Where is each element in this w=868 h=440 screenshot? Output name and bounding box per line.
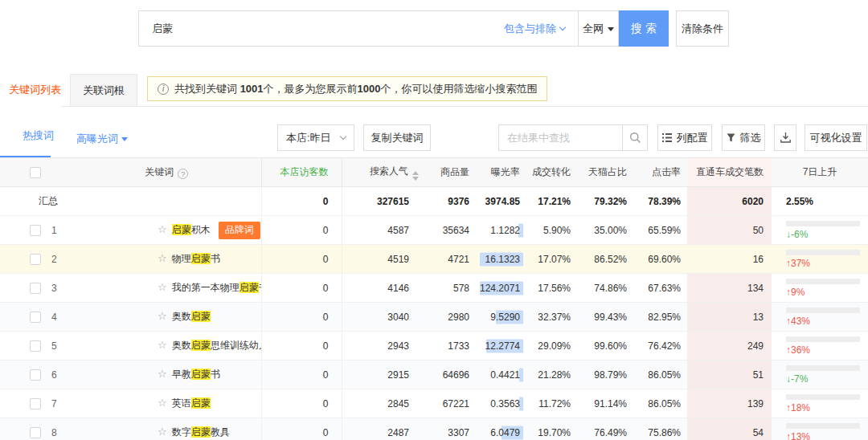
header-7day-rise: 7日上升 (772, 158, 868, 187)
visual-settings-button[interactable]: 可视化设置 (805, 124, 867, 151)
cell-ztc_orders: 16 (687, 245, 772, 274)
cell-items: 4721 (432, 245, 480, 274)
cell-visitors: 0 (261, 245, 342, 274)
cell-rise-7d: ↑18% (772, 389, 868, 418)
cell-tmall_ratio: 91.14% (582, 389, 638, 418)
trend-bar-track (786, 308, 860, 313)
trend-indicator: ↓-7% (786, 365, 868, 385)
copy-keywords-button[interactable]: 复制关键词 (363, 124, 431, 151)
include-exclude-dropdown[interactable]: 包含与排除 (504, 22, 565, 36)
row-checkbox[interactable] (30, 254, 41, 265)
cell-exposure: 0.4421 (480, 361, 530, 389)
keyword-text: 启蒙 (191, 397, 211, 409)
keyword-text: 早教 (172, 369, 191, 380)
chevron-down-icon (340, 133, 346, 140)
exposure-value-wrap: 0.3563 (490, 398, 520, 409)
clear-conditions-button[interactable]: 清除条件 (676, 10, 729, 47)
find-search-button[interactable] (622, 125, 647, 150)
cell-conversion: 11.72% (530, 389, 582, 418)
favorite-star-icon[interactable]: ☆ (158, 281, 167, 293)
cell-ctr: 76.42% (638, 332, 687, 361)
row-checkbox[interactable] (30, 312, 41, 323)
select-all-checkbox[interactable] (30, 167, 41, 178)
favorite-star-icon[interactable]: ☆ (158, 310, 167, 322)
cell-search_pop: 3040 (342, 303, 432, 332)
list-icon (662, 133, 672, 142)
row-number: 4 (51, 312, 57, 323)
find-in-results-group: 在结果中查找 (498, 124, 648, 151)
keyword-row: 1☆启蒙积木品牌词04587356341.12825.90%35.00%65.5… (0, 216, 868, 245)
favorite-star-icon[interactable]: ☆ (158, 252, 167, 264)
exposure-value: 6.0479 (490, 427, 520, 438)
store-date-select[interactable]: 本店:昨日 (277, 124, 354, 151)
keyword-text: 启蒙 (191, 253, 211, 264)
help-icon[interactable] (178, 169, 188, 179)
cell-exposure: 12.2774 (480, 332, 530, 361)
keyword-text: 我的第一本物理 (172, 282, 240, 293)
exposure-value-wrap: 0.4421 (490, 369, 520, 381)
download-button[interactable] (774, 124, 796, 151)
keyword-row: 3☆我的第一本物理启蒙书04146578124.207117.56%74.86%… (0, 274, 868, 303)
filter-label: 筛选 (740, 131, 761, 145)
row-checkbox[interactable] (30, 398, 41, 409)
cell-exposure: 6.0479 (480, 418, 530, 440)
scope-dropdown[interactable]: 全网 (579, 10, 619, 47)
header-exposure: 曝光率 (480, 158, 530, 187)
trend-text: ↑18% (786, 402, 868, 414)
row-number: 5 (51, 340, 57, 352)
sort-icon[interactable] (412, 171, 419, 181)
keyword-analytics-screen: 启蒙 包含与排除 全网 搜 索 清除条件 关键词列表 关联词根 共找到关键词 1… (0, 0, 868, 440)
keyword-row: 4☆奥数启蒙0304029809.529032.37%99.43%82.95%1… (0, 303, 868, 332)
favorite-star-icon[interactable]: ☆ (158, 339, 167, 351)
row-checkbox[interactable] (30, 283, 41, 294)
favorite-star-icon[interactable]: ☆ (158, 223, 167, 235)
search-button[interactable]: 搜 索 (619, 10, 669, 47)
cell-ztc_orders: 13 (687, 303, 772, 332)
favorite-star-icon[interactable]: ☆ (158, 426, 167, 438)
cell-items: 3307 (432, 418, 480, 440)
trend-indicator: ↑36% (786, 336, 868, 356)
subtab-hot-words[interactable]: 热搜词 (23, 128, 54, 143)
trend-text: ↓-6% (786, 229, 868, 240)
tab-related-roots[interactable]: 关联词根 (70, 74, 137, 107)
high-exposure-label: 高曝光词 (76, 132, 118, 146)
cell-visitors: 0 (261, 361, 342, 389)
cell-tmall_ratio: 99.43% (582, 303, 638, 332)
brand-word-badge: 品牌词 (219, 222, 260, 239)
row-checkbox[interactable] (30, 427, 41, 438)
cell-rise-7d: ↑9% (772, 274, 868, 303)
cell-tmall_ratio: 76.49% (582, 418, 638, 440)
cell-items: 2980 (432, 303, 480, 332)
keyword-text: 教具 (211, 426, 230, 438)
find-in-results-input[interactable]: 在结果中查找 (499, 131, 617, 145)
trend-indicator: ↑43% (786, 308, 868, 327)
keyword-text: 启蒙 (240, 282, 259, 293)
cell-conversion: 29.09% (530, 332, 582, 361)
keyword-search-input[interactable]: 启蒙 包含与排除 (138, 10, 579, 47)
summary-row: 汇总032761593763974.8517.21%79.32%78.39%60… (0, 187, 868, 216)
cell-ztc_orders: 249 (687, 332, 772, 361)
cell-rise-7d: ↑43% (772, 303, 868, 332)
cell-ctr: 86.05% (638, 389, 687, 418)
favorite-star-icon[interactable]: ☆ (158, 368, 167, 380)
cell-ztc_orders: 50 (687, 216, 772, 245)
cell-search_pop: 2845 (342, 389, 432, 418)
filter-button[interactable]: 筛选 (722, 124, 765, 151)
subtab-high-exposure[interactable]: 高曝光词 (76, 132, 128, 146)
keyword-row: 8☆数字启蒙教具0248733076.047919.70%76.49%75.86… (0, 418, 868, 440)
row-checkbox[interactable] (30, 369, 41, 381)
top-search-bar: 启蒙 包含与排除 全网 搜 索 清除条件 (138, 10, 729, 47)
exposure-value: 124.2071 (480, 283, 520, 294)
trend-bar-track (786, 336, 860, 342)
column-config-button[interactable]: 列配置 (657, 124, 712, 151)
info-icon (158, 84, 169, 95)
table-body: 汇总032761593763974.8517.21%79.32%78.39%60… (0, 187, 868, 440)
chevron-down-icon (559, 24, 566, 31)
tab-keyword-list[interactable]: 关键词列表 (0, 72, 70, 107)
favorite-star-icon[interactable]: ☆ (158, 397, 167, 409)
row-checkbox[interactable] (30, 340, 41, 352)
caret-down-icon (608, 27, 614, 35)
keyword-text: 启蒙 (191, 311, 211, 322)
row-checkbox[interactable] (30, 225, 41, 236)
cell-conversion: 5.90% (530, 216, 582, 245)
